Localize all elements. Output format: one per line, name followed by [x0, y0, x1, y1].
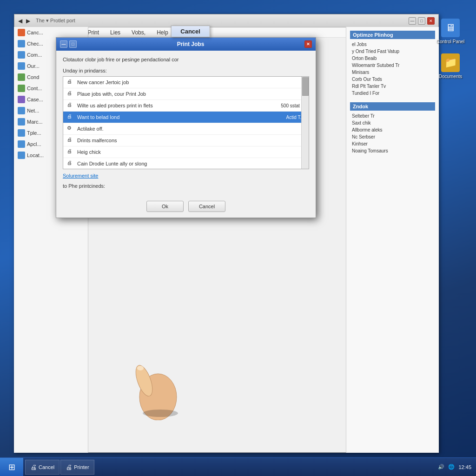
job-icon-4: ⚙	[67, 125, 74, 132]
right-section-0-title: Optimze Plinhog	[350, 31, 435, 39]
browser-minimize-btn[interactable]: —	[409, 17, 416, 25]
left-item-icon-5	[18, 85, 25, 92]
job-label-4: Actilake off.	[77, 126, 104, 132]
left-item-0[interactable]: Canc...	[14, 27, 88, 38]
start-icon: ⊞	[8, 462, 15, 472]
taskbar-items: 🖨 Cancel 🖨 Printer	[23, 458, 433, 476]
browser-close-btn[interactable]: ✕	[427, 17, 435, 25]
taskbar-item-label-0: Cancel	[39, 464, 54, 470]
right-item-0-5[interactable]: Corb Our Tods	[350, 76, 435, 83]
right-item-1-0[interactable]: Selteber Tr	[350, 112, 435, 119]
dialog-link[interactable]: Solurement site	[63, 173, 309, 178]
taskbar-item-printer[interactable]: 🖨 Printer	[60, 460, 94, 475]
job-item-4[interactable]: ⚙Actilake off.	[63, 123, 309, 135]
scrollbar-thumb[interactable]	[302, 77, 309, 96]
right-item-0-3[interactable]: Wiloemantr Sutubed Tr	[350, 62, 435, 69]
left-item-icon-10	[18, 140, 25, 148]
start-button[interactable]: ⊞	[0, 458, 23, 476]
browser-forward-btn[interactable]: ▶	[26, 18, 30, 24]
left-item-icon-6	[18, 96, 25, 103]
right-section-1-title: Zndok	[350, 102, 435, 111]
left-item-icon-2	[18, 51, 25, 59]
job-label-5: Drints malfercons	[77, 138, 117, 143]
job-label-2: Wilte us aled probers print in flets	[77, 103, 153, 108]
dialog-description: Clotautor clobr job frire or pesinge pen…	[63, 56, 309, 63]
job-icon-6: 🖨	[67, 148, 74, 156]
job-icon-3: 🖨	[67, 113, 74, 121]
job-item-2[interactable]: 🖨Wilte us aled probers print in flets500…	[63, 100, 309, 112]
right-item-0-1[interactable]: y Ond Tried Fast Vatup	[350, 48, 435, 55]
dialog-cancel-btn[interactable]: Cancel	[188, 201, 225, 212]
right-section-1: Zndok Selteber Tr Saxt chik Allborme ale…	[350, 102, 435, 154]
dialog-section-label: Unday in prindarss:	[63, 68, 309, 73]
taskbar-item-icon-1: 🖨	[66, 463, 72, 471]
right-item-0-6[interactable]: Rdl Plt Tanler Tv	[350, 83, 435, 90]
job-icon-0: 🖨	[67, 79, 74, 86]
dialog-body: Clotautor clobr job frire or pesinge pen…	[56, 51, 316, 197]
job-item-3[interactable]: 🖨Want to belad londActid T.ib	[63, 112, 309, 123]
desktop-icon-docs[interactable]: 📁 Documents	[434, 53, 467, 79]
right-item-1-5[interactable]: Noaing Tomsaurs	[350, 147, 435, 154]
tray-icon-network: 🌐	[448, 464, 455, 470]
left-item-icon-4	[18, 73, 25, 81]
right-item-1-1[interactable]: Saxt chik	[350, 119, 435, 126]
right-item-0-0[interactable]: el Jobs	[350, 41, 435, 48]
dialog-close-btn[interactable]: ✕	[304, 40, 312, 48]
job-label-7: Cain Drodie Lunte ally or slong	[77, 161, 147, 166]
job-icon-5: 🖨	[67, 137, 74, 144]
menu-lies[interactable]: Lies	[108, 28, 122, 37]
right-panel: Optimze Plinhog el Jobs y Ond Tried Fast…	[346, 27, 439, 453]
dialog-pending-label: to Phe printcineds:	[63, 183, 309, 189]
left-item-icon-9	[18, 129, 25, 137]
menu-help[interactable]: Help	[155, 28, 170, 37]
job-item-5[interactable]: 🖨Drints malfercons	[63, 135, 309, 146]
left-item-icon-3	[18, 62, 25, 70]
job-icon-7: 🖨	[67, 160, 74, 167]
browser-titlebar: ◀ ▶ The ▾ Protlet port — □ ✕	[14, 14, 438, 27]
right-item-0-2[interactable]: Orton Beaib	[350, 55, 435, 62]
dialog-maximize-btn[interactable]: □	[69, 40, 77, 48]
tray-icon-sound: 🔊	[438, 464, 444, 470]
dialog-title: Print Jobs	[79, 41, 303, 47]
dialog-minimize-btn[interactable]: —	[60, 40, 67, 48]
job-icon-1: 🖨	[67, 90, 74, 98]
documents-icon: 📁	[441, 53, 460, 72]
job-label-1: Plaue jobs with, cour Print Job	[77, 91, 146, 97]
left-item-icon-1	[18, 40, 25, 47]
tray-time: 12:45	[458, 464, 471, 470]
left-item-icon-8	[18, 118, 25, 126]
right-item-0-7[interactable]: Tundied I For	[350, 90, 435, 97]
right-item-1-3[interactable]: Nc Serbser	[350, 133, 435, 140]
dialog-ok-btn[interactable]: Ok	[146, 201, 184, 212]
right-section-0: Optimze Plinhog el Jobs y Ond Tried Fast…	[350, 31, 435, 97]
job-label-0: New cancer Jertoic job	[77, 79, 129, 85]
left-item-icon-7	[18, 107, 25, 114]
jobs-list[interactable]: 🖨New cancer Jertoic job🖨Plaue jobs with,…	[63, 76, 309, 169]
print-jobs-dialog: — □ Print Jobs ✕ Clotautor clobr job fri…	[56, 37, 316, 218]
taskbar: ⊞ 🖨 Cancel 🖨 Printer 🔊 🌐 12:45	[0, 457, 476, 476]
job-item-6[interactable]: 🖨Heig chick	[63, 146, 309, 158]
control-panel-label: Control Panel	[436, 39, 465, 44]
job-item-1[interactable]: 🖨Plaue jobs with, cour Print Job	[63, 88, 309, 100]
right-item-1-4[interactable]: Kinhser	[350, 140, 435, 147]
browser-toolbar-text: The ▾ Protlet port	[36, 18, 75, 24]
taskbar-item-icon-0: 🖨	[30, 463, 37, 471]
cancel-bar: Cancel	[171, 26, 210, 37]
job-item-7[interactable]: 🖨Cain Drodie Lunte ally or slong	[63, 158, 309, 169]
browser-maximize-btn[interactable]: □	[418, 17, 425, 25]
job-label-6: Heig chick	[77, 149, 101, 155]
right-item-0-4[interactable]: Minisars	[350, 69, 435, 76]
desktop-icons: 🖥 Control Panel 📁 Documents	[434, 19, 467, 79]
documents-label: Documents	[439, 74, 463, 79]
jobs-scrollbar[interactable]	[301, 77, 309, 169]
left-item-icon-0	[18, 29, 25, 36]
left-item-cond-label: Cond	[27, 74, 39, 80]
dialog-footer: Ok Cancel	[56, 197, 316, 218]
menu-vobs[interactable]: Vobs,	[130, 28, 147, 37]
browser-back-btn[interactable]: ◀	[18, 18, 22, 24]
right-item-1-2[interactable]: Allborme aleks	[350, 126, 435, 133]
job-item-0[interactable]: 🖨New cancer Jertoic job	[63, 77, 309, 88]
desktop-icon-control[interactable]: 🖥 Control Panel	[434, 19, 467, 44]
desktop: Cancel ◀ ▶ The ▾ Protlet port — □ ✕ File…	[0, 0, 476, 476]
taskbar-item-cancel[interactable]: 🖨 Cancel	[25, 460, 60, 475]
